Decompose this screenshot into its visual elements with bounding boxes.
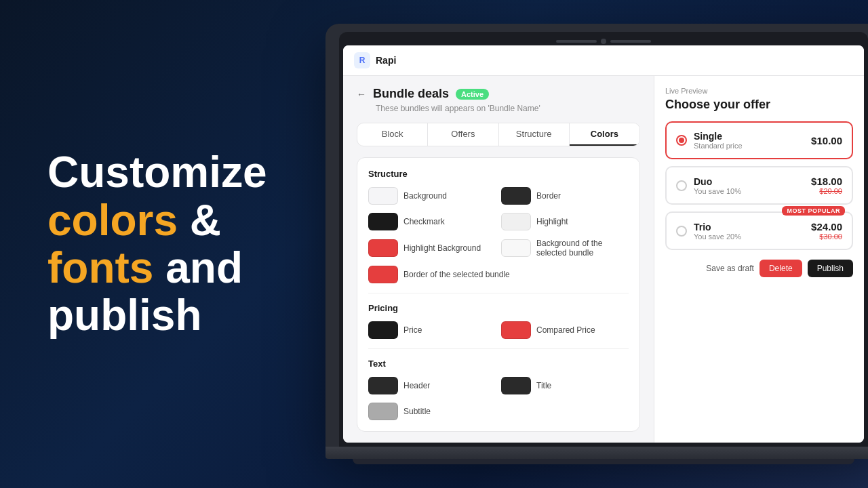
save-draft-button[interactable]: Save as draft [706,264,754,273]
headline-ampersand: & [178,196,221,245]
headline-line1: Customize [47,148,267,197]
highlight-bg-swatch[interactable] [368,239,398,257]
headline-colors: colors [47,196,178,245]
offer-name-duo: Duo [694,176,804,187]
border-swatch[interactable] [501,187,531,205]
pricing-label: Pricing [368,303,629,313]
radio-duo [676,180,687,191]
offer-card-duo[interactable]: Duo You save 10% $18.00 $20.00 [665,166,853,205]
border-selected-swatch[interactable] [368,266,398,283]
offer-price-value-duo: $18.00 [811,176,842,187]
most-popular-badge: MOST POPULAR [782,206,845,216]
structure-label: Structure [368,169,629,179]
tab-structure[interactable]: Structure [499,123,570,146]
offer-card-single[interactable]: Single Standard price $10.00 [665,121,853,159]
color-row-checkmark: Checkmark Highlight [368,213,629,230]
tabs: Block Offers Structure Colors [357,123,640,146]
compare-price-swatch[interactable] [501,321,531,339]
price-swatch[interactable] [368,321,398,339]
title-swatch[interactable] [501,377,531,394]
headline-and: and [153,243,243,292]
laptop-screen: R Rapi ← Bundle deals Active [343,45,864,443]
offer-price-value-trio: $24.00 [811,221,842,232]
app-name: Rapi [376,55,396,66]
editor-panel: ← Bundle deals Active These bundles will… [343,76,654,443]
title-label: Title [536,381,629,390]
tab-colors[interactable]: Colors [570,123,639,146]
selected-bundle-bg-swatch[interactable] [501,239,531,257]
app-logo: R [354,52,370,68]
header-swatch[interactable] [368,377,398,394]
highlight-bg-label: Highlight Background [403,243,496,253]
offer-name-trio: Trio [694,222,804,232]
color-row-highlight-bg: Highlight Background Background of the s… [368,239,629,258]
offer-info-duo: Duo You save 10% [694,176,804,195]
price-label: Price [403,325,496,335]
compare-price-label: Compared Price [536,325,629,335]
offer-sub-duo: You save 10% [694,187,804,195]
subtitle-swatch[interactable] [368,403,398,420]
tab-offers[interactable]: Offers [428,123,498,146]
offer-price-single: $10.00 [811,135,842,146]
settings-card: Structure Background Border Checkmar [357,157,640,432]
subtitle-label: Subtitle [403,407,629,416]
preview-panel: Live Preview Choose your offer Single St… [654,76,864,443]
offer-price-value-single: $10.00 [811,135,842,146]
camera-line2 [610,40,651,43]
camera-dot [601,39,606,44]
offer-info-single: Single Standard price [694,131,804,150]
offer-sub-trio: You save 20% [694,232,804,241]
background-swatch[interactable] [368,187,398,205]
camera-area [343,36,864,45]
radio-trio [676,226,687,237]
color-row-header: Header Title [368,377,629,394]
offer-sub-single: Standard price [694,142,804,150]
offer-compare-trio: $30.00 [811,232,842,241]
back-button[interactable]: ← [357,89,366,100]
preview-title: Choose your offer [665,98,853,112]
preview-label: Live Preview [665,87,853,95]
delete-button[interactable]: Delete [760,260,802,277]
divider-2 [368,348,629,349]
headline: Customize colors & fonts and publish [47,148,271,340]
app-main: ← Bundle deals Active These bundles will… [343,76,864,443]
text-label: Text [368,359,629,369]
radio-single [676,135,687,146]
camera-line [556,40,597,43]
headline-publish: publish [47,291,202,340]
offer-card-trio[interactable]: MOST POPULAR Trio You save 20% $24.00 $3… [665,211,853,250]
offer-info-trio: Trio You save 20% [694,222,804,241]
app-container: R Rapi ← Bundle deals Active [343,45,864,443]
laptop-foot [353,459,854,464]
highlight-swatch[interactable] [501,213,531,230]
preview-footer: Save as draft Delete Publish [665,260,853,277]
border-label: Border [536,191,629,201]
laptop-base [326,447,868,459]
color-row-subtitle: Subtitle [368,403,629,420]
page-header: ← Bundle deals Active [357,87,640,101]
checkmark-label: Checkmark [403,217,496,226]
offer-compare-duo: $20.00 [811,187,842,195]
laptop-bezel: R Rapi ← Bundle deals Active [339,32,868,447]
checkmark-swatch[interactable] [368,213,398,230]
background-label: Background [403,191,496,201]
offer-name-single: Single [694,131,804,142]
left-panel: Customize colors & fonts and publish [0,108,312,380]
highlight-label: Highlight [536,217,629,226]
headline-fonts: fonts [47,243,153,292]
color-row-border-selected: Border of the selected bundle [368,266,629,283]
laptop-wrapper: R Rapi ← Bundle deals Active [326,24,868,464]
page-title: Bundle deals [373,87,449,101]
selected-bundle-bg-label: Background of the selected bundle [536,239,629,258]
offer-price-duo: $18.00 $20.00 [811,176,842,195]
page-subtitle: These bundles will appears on 'Bundle Na… [376,104,640,113]
publish-button[interactable]: Publish [808,260,853,277]
active-badge: Active [456,89,489,100]
tab-block[interactable]: Block [357,123,428,146]
color-row-background: Background Border [368,187,629,205]
divider-1 [368,293,629,293]
offer-price-trio: $24.00 $30.00 [811,221,842,241]
border-selected-label: Border of the selected bundle [403,270,629,279]
header-label: Header [403,381,496,390]
app-nav: R Rapi [343,45,864,76]
